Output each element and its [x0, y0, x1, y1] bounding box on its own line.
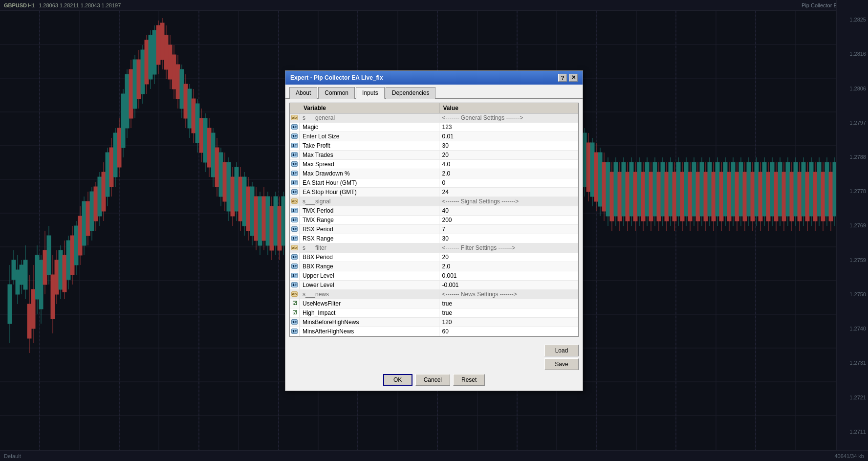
row-value: <------- General Settings ------->: [439, 113, 579, 122]
row-name: EA Stop Hour (GMT): [300, 188, 439, 197]
row-icon-num: 1#: [290, 327, 300, 336]
table-row[interactable]: 1#TMX Range200: [290, 216, 578, 225]
row-value: 4.0: [439, 160, 579, 169]
row-name: Max Trades: [300, 151, 439, 159]
row-icon-num: 1#: [290, 234, 300, 243]
row-value: 0.01: [439, 132, 579, 141]
params-table-header: Variable Value: [290, 103, 578, 113]
row-name: EA Start Hour (GMT): [300, 178, 439, 187]
params-table-body[interactable]: abs___general<------- General Settings -…: [290, 113, 578, 336]
table-row[interactable]: 1#Max Drawdown %2.0: [290, 169, 578, 178]
table-row[interactable]: abs___signal<------- Signal Settings ---…: [290, 197, 578, 206]
row-icon-num: 1#: [290, 318, 300, 327]
table-row[interactable]: 1#Enter Lot Size0.01: [290, 132, 578, 141]
row-name: TMX Period: [300, 206, 439, 215]
row-value: -0.001: [439, 281, 579, 289]
row-name: MinsAfterHighNews: [300, 327, 439, 336]
table-row[interactable]: 1#BBX Range2.0: [290, 262, 578, 271]
table-row[interactable]: 1#Lower Level-0.001: [290, 281, 578, 290]
ok-button[interactable]: OK: [383, 374, 412, 386]
row-icon-bool: ☑: [290, 308, 300, 317]
tab-dependencies[interactable]: Dependencies: [386, 87, 436, 99]
row-value: 0: [439, 178, 579, 187]
table-row[interactable]: ☑High_Impacttrue: [290, 308, 578, 318]
row-name: UseNewsFilter: [300, 299, 439, 308]
dialog: Expert - Pip Collector EA Live_fix ? ✕ A…: [285, 70, 583, 391]
table-row[interactable]: 1#EA Start Hour (GMT)0: [290, 178, 578, 188]
tab-common[interactable]: Common: [318, 87, 355, 99]
dialog-footer: Load Save: [285, 341, 583, 374]
dialog-title-buttons: ? ✕: [558, 74, 578, 82]
reset-button[interactable]: Reset: [453, 374, 485, 386]
dialog-tabs: About Common Inputs Dependencies: [285, 85, 583, 99]
table-row[interactable]: abs___filter<------- Filter Settings ---…: [290, 243, 578, 253]
row-value: <------- News Settings ------->: [439, 290, 579, 299]
params-table: Variable Value abs___general<------- Gen…: [289, 103, 579, 337]
row-value: 120: [439, 318, 579, 327]
table-row[interactable]: abs___news<------- News Settings -------…: [290, 290, 578, 299]
row-icon-bool: ☑: [290, 299, 300, 308]
row-value: 30: [439, 234, 579, 243]
load-button[interactable]: Load: [544, 345, 579, 356]
tab-about[interactable]: About: [289, 87, 317, 99]
row-icon-num: 1#: [290, 281, 300, 289]
row-value: 2.0: [439, 169, 579, 178]
footer-right-buttons: Load Save: [544, 345, 579, 370]
table-row[interactable]: 1#RSX Period7: [290, 225, 578, 234]
row-name: MinsBeforeHighNews: [300, 318, 439, 327]
row-value: 20: [439, 151, 579, 159]
row-icon-num: 1#: [290, 123, 300, 132]
row-value: 123: [439, 123, 579, 132]
table-row[interactable]: 1#Max Spread4.0: [290, 160, 578, 169]
table-row[interactable]: 1#EA Stop Hour (GMT)24: [290, 188, 578, 197]
row-name: s___signal: [300, 197, 439, 206]
row-name: Magic: [300, 123, 439, 132]
row-value: 20: [439, 253, 579, 262]
row-icon-num: 1#: [290, 132, 300, 141]
row-value: <------- Signal Settings ------->: [439, 197, 579, 206]
dialog-title: Expert - Pip Collector EA Live_fix: [290, 74, 558, 81]
row-name: BBX Range: [300, 262, 439, 271]
row-value: 2.0: [439, 262, 579, 271]
row-name: RSX Range: [300, 234, 439, 243]
row-name: Enter Lot Size: [300, 132, 439, 141]
row-name: High_Impact: [300, 308, 439, 317]
row-icon-abc: ab: [290, 113, 300, 122]
row-icon-abc: ab: [290, 290, 300, 299]
table-row[interactable]: 1#Max Trades20: [290, 151, 578, 160]
close-button[interactable]: ✕: [569, 74, 578, 82]
row-icon-num: 1#: [290, 160, 300, 169]
table-row[interactable]: ☑UseNewsFiltertrue: [290, 299, 578, 308]
table-row[interactable]: 1#Upper Level0.001: [290, 271, 578, 281]
table-row[interactable]: 1#Magic123: [290, 123, 578, 132]
table-row[interactable]: 1#MinsAfterHighNews60: [290, 327, 578, 336]
row-name: Lower Level: [300, 281, 439, 289]
row-name: s___filter: [300, 243, 439, 252]
row-icon-num: 1#: [290, 178, 300, 187]
table-row[interactable]: 1#Take Profit30: [290, 141, 578, 151]
row-name: s___general: [300, 113, 439, 122]
dialog-overlay: Expert - Pip Collector EA Live_fix ? ✕ A…: [0, 0, 868, 461]
dialog-content: Variable Value abs___general<------- Gen…: [285, 99, 583, 341]
row-name: Upper Level: [300, 271, 439, 280]
table-row[interactable]: 1#MinsBeforeHighNews120: [290, 318, 578, 327]
row-icon-num: 1#: [290, 225, 300, 234]
save-button[interactable]: Save: [544, 358, 579, 370]
row-icon-num: 1#: [290, 141, 300, 150]
table-row[interactable]: 1#BBX Period20: [290, 253, 578, 262]
table-row[interactable]: 1#RSX Range30: [290, 234, 578, 243]
row-value: <------- Filter Settings ------->: [439, 243, 579, 252]
tab-inputs[interactable]: Inputs: [356, 87, 385, 99]
cancel-button[interactable]: Cancel: [415, 374, 450, 386]
row-value: 24: [439, 188, 579, 197]
row-name: Take Profit: [300, 141, 439, 150]
table-row[interactable]: abs___general<------- General Settings -…: [290, 113, 578, 123]
col-variable-header: Variable: [290, 103, 439, 113]
row-value: 200: [439, 216, 579, 224]
row-icon-num: 1#: [290, 253, 300, 262]
row-icon-num: 1#: [290, 216, 300, 224]
row-name: RSX Period: [300, 225, 439, 234]
table-row[interactable]: 1#TMX Period40: [290, 206, 578, 216]
row-value: 0.001: [439, 271, 579, 280]
help-button[interactable]: ?: [558, 74, 567, 82]
